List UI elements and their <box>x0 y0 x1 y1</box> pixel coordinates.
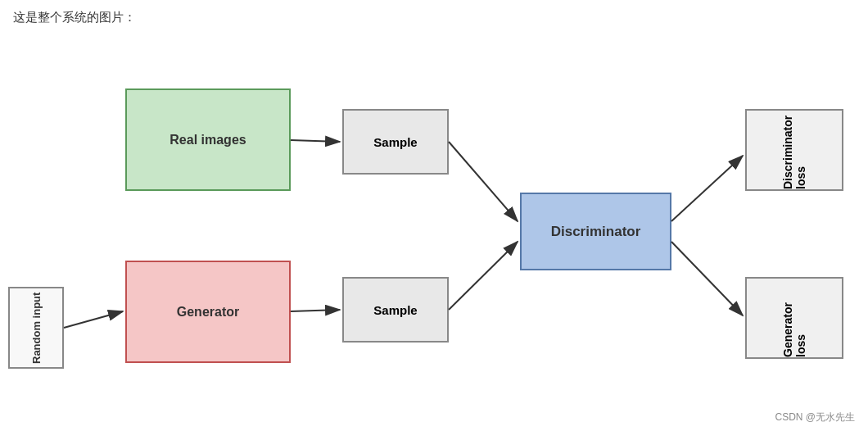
svg-line-1 <box>64 311 123 328</box>
watermark: CSDN @无水先生 <box>775 411 855 424</box>
real-images-box: Real images <box>125 88 291 191</box>
random-input-box: Random input <box>8 287 64 369</box>
svg-line-7 <box>671 242 743 315</box>
svg-line-5 <box>449 242 518 310</box>
discriminator-loss-box: Discriminator loss <box>745 109 843 191</box>
discriminator-box: Discriminator <box>520 193 671 270</box>
sample-bottom-box: Sample <box>342 277 449 343</box>
svg-line-4 <box>449 142 518 221</box>
page-title: 这是整个系统的图片： <box>13 10 136 25</box>
generator-loss-box: Generator loss <box>745 277 843 359</box>
svg-line-3 <box>291 310 340 311</box>
svg-line-2 <box>291 140 340 142</box>
svg-line-6 <box>671 156 743 221</box>
generator-box: Generator <box>125 261 291 363</box>
sample-top-box: Sample <box>342 109 449 175</box>
diagram-area: Real images Generator Random input Sampl… <box>0 33 868 426</box>
